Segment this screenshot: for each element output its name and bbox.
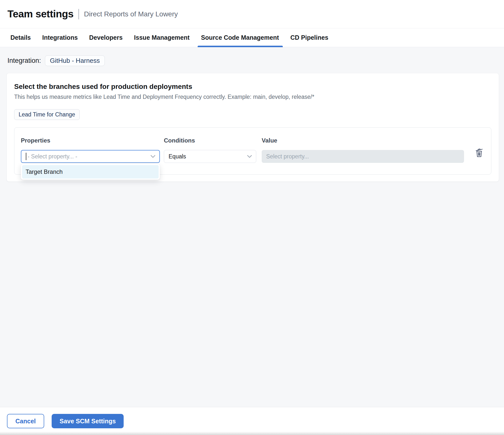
properties-column: Properties - Select property... - Target…: [21, 137, 160, 163]
condition-select[interactable]: Equals: [164, 150, 256, 163]
page-subtitle: Direct Reports of Mary Lowery: [84, 10, 178, 18]
branch-rule-panel: Properties - Select property... - Target…: [14, 127, 491, 175]
delete-rule-button[interactable]: [474, 146, 485, 160]
bottom-fade: [0, 432, 504, 435]
property-select-placeholder: - Select property... -: [28, 153, 77, 160]
integration-label: Integration:: [7, 57, 41, 65]
page-title: Team settings: [7, 8, 73, 20]
property-select[interactable]: - Select property... - Target Branch: [21, 150, 160, 163]
tab-issue-management[interactable]: Issue Management: [134, 28, 190, 47]
title-separator: [78, 9, 79, 19]
content-area: Integration: GitHub - Harness Select the…: [0, 47, 504, 407]
conditions-column: Conditions Equals: [164, 137, 256, 163]
tab-bar: Details Integrations Developers Issue Ma…: [0, 28, 504, 47]
value-column: Value: [262, 137, 464, 163]
cancel-button[interactable]: Cancel: [7, 414, 44, 428]
card-title: Select the branches used for production …: [14, 83, 491, 91]
chevron-down-icon: [150, 155, 155, 158]
dropdown-option-target-branch[interactable]: Target Branch: [22, 165, 159, 179]
trash-icon: [475, 147, 484, 159]
text-caret: [26, 153, 26, 160]
value-input[interactable]: [262, 150, 464, 163]
tab-source-code-management[interactable]: Source Code Management: [201, 28, 279, 47]
team-settings-page: Team settings Direct Reports of Mary Low…: [0, 0, 504, 435]
conditions-column-header: Conditions: [164, 137, 256, 144]
tab-cd-pipelines[interactable]: CD Pipelines: [290, 28, 328, 47]
integration-row: Integration: GitHub - Harness: [7, 55, 497, 66]
properties-column-header: Properties: [21, 137, 160, 144]
scm-settings-card: Select the branches used for production …: [6, 73, 499, 182]
page-header: Team settings Direct Reports of Mary Low…: [0, 0, 504, 28]
tab-developers[interactable]: Developers: [89, 28, 123, 47]
condition-select-value: Equals: [169, 153, 186, 160]
tab-integrations[interactable]: Integrations: [42, 28, 78, 47]
lead-time-badge[interactable]: Lead Time for Change: [14, 109, 80, 120]
chevron-down-icon: [247, 155, 252, 158]
integration-chip[interactable]: GitHub - Harness: [45, 55, 105, 66]
save-scm-settings-button[interactable]: Save SCM Settings: [52, 414, 124, 428]
value-column-header: Value: [262, 137, 464, 144]
card-description: This helps us measure metrics like Lead …: [14, 94, 491, 100]
property-dropdown-menu: Target Branch: [21, 164, 160, 180]
footer-bar: Cancel Save SCM Settings: [0, 407, 504, 435]
tab-details[interactable]: Details: [10, 28, 31, 47]
